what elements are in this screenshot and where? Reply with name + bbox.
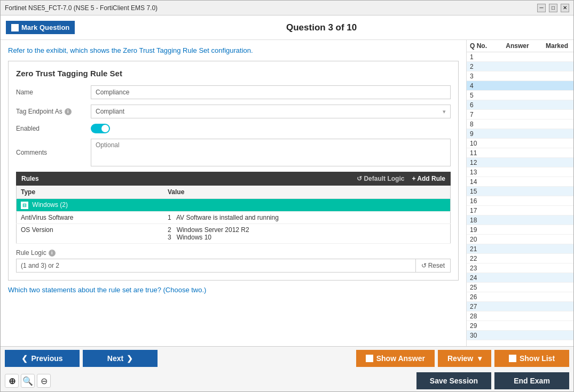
sidebar-row[interactable]: 5 [467, 91, 573, 100]
rules-header: Rules ↺ Default Logic + Add Rule [16, 172, 451, 186]
next-button[interactable]: Next ❯ [83, 350, 158, 367]
sidebar-row[interactable]: 21 [467, 244, 573, 254]
default-logic-label: Default Logic [364, 175, 404, 182]
sidebar-qno-cell: 29 [470, 322, 491, 330]
zoom-normal-button[interactable]: 🔍 [21, 374, 35, 388]
mark-question-button[interactable]: Mark Question [6, 21, 75, 34]
sidebar-row[interactable]: 15 [467, 187, 573, 196]
show-list-button[interactable]: ✓ Show List [494, 350, 569, 367]
sidebar-row[interactable]: 23 [467, 263, 573, 273]
review-button[interactable]: Review ▾ [438, 350, 491, 367]
mark-checkbox-icon [11, 24, 19, 31]
name-label: Name [16, 89, 91, 96]
main-content: Refer to the exhibit, which shows the Ze… [1, 40, 573, 346]
sidebar-rows: 1 2 3 4 5 6 7 8 [467, 52, 573, 340]
sidebar-row[interactable]: 16 [467, 196, 573, 206]
maximize-button[interactable]: □ [549, 4, 557, 12]
sidebar-qno-cell: 14 [470, 178, 491, 186]
sidebar-row[interactable]: 10 [467, 139, 573, 148]
sidebar-row[interactable]: 18 [467, 215, 573, 225]
sidebar-row[interactable]: 11 [467, 148, 573, 158]
sidebar-row[interactable]: 25 [467, 283, 573, 292]
sidebar-row[interactable]: 27 [467, 302, 573, 311]
previous-label: Previous [31, 354, 62, 363]
name-input[interactable] [91, 85, 451, 99]
bottom-bar: ❮ Previous Next ❯ Show Answer Review ▾ ✓… [1, 346, 573, 391]
sidebar-row[interactable]: 22 [467, 254, 573, 263]
zoom-out-button[interactable]: ⊖ [37, 374, 51, 388]
sidebar-row[interactable]: 1 [467, 52, 573, 62]
tag-endpoint-select[interactable]: Compliant ▾ [91, 105, 451, 118]
sidebar-row[interactable]: 7 [467, 110, 573, 119]
sidebar-qno-cell: 13 [470, 169, 491, 176]
sidebar-qno-cell: 3 [470, 73, 491, 80]
main-window: Fortinet NSE5_FCT-7.0 (NSE 5 - FortiClie… [0, 0, 574, 392]
sidebar-qno-cell: 16 [470, 197, 491, 205]
sidebar-qno-cell: 28 [470, 313, 491, 320]
sidebar-row[interactable]: 28 [467, 311, 573, 321]
rules-table: Type Value ⊟ Windows (2) AntiVirus S [16, 186, 451, 244]
sidebar: Q No. Answer Marked 1 2 3 4 5 6 [467, 40, 573, 346]
rule-logic-info-icon[interactable]: i [49, 250, 56, 257]
default-logic-button[interactable]: ↺ Default Logic [357, 175, 404, 182]
enabled-toggle[interactable] [91, 124, 110, 133]
comments-textarea[interactable] [91, 139, 451, 166]
sidebar-qno-cell: 10 [470, 140, 491, 147]
sidebar-header: Q No. Answer Marked [467, 40, 573, 52]
enabled-label: Enabled [16, 125, 91, 132]
os-version-row: OS Version 2 Windows Server 2012 R2 3 Wi… [17, 224, 451, 244]
dropdown-arrow-icon: ▾ [443, 108, 446, 115]
rule-logic-input[interactable] [17, 259, 415, 272]
close-button[interactable]: ✕ [561, 4, 569, 12]
sidebar-row[interactable]: 2 [467, 62, 573, 71]
show-list-label: Show List [520, 354, 555, 363]
sidebar-row[interactable]: 19 [467, 225, 573, 235]
sidebar-row[interactable]: 4 [467, 81, 573, 91]
window-controls: ─ □ ✕ [537, 4, 569, 12]
show-answer-button[interactable]: Show Answer [356, 350, 435, 367]
table-header-row: Type Value [17, 186, 451, 199]
sidebar-row[interactable]: 3 [467, 71, 573, 81]
end-exam-button[interactable]: End Exam [494, 372, 569, 389]
sidebar-row[interactable]: 29 [467, 321, 573, 331]
sidebar-qno-cell: 25 [470, 284, 491, 291]
windows-row: ⊟ Windows (2) [17, 199, 451, 212]
sidebar-row[interactable]: 24 [467, 273, 573, 283]
sidebar-row[interactable]: 13 [467, 167, 573, 177]
sidebar-row[interactable]: 14 [467, 177, 573, 187]
antivirus-value: 1 AV Software is installed and running [163, 212, 451, 224]
reset-button[interactable]: ↺ Reset [415, 259, 450, 272]
sidebar-row[interactable]: 6 [467, 100, 573, 110]
sidebar-qno-cell: 1 [470, 53, 491, 61]
previous-button[interactable]: ❮ Previous [5, 350, 80, 367]
sidebar-row[interactable]: 17 [467, 206, 573, 215]
session-bar: ⊕ 🔍 ⊖ Save Session End Exam [1, 370, 573, 391]
reset-icon: ↺ [357, 175, 362, 182]
windows-icon: ⊟ [21, 202, 28, 209]
sidebar-qno-header: Q No. [470, 42, 491, 50]
sidebar-row[interactable]: 30 [467, 331, 573, 340]
sidebar-qno-cell: 22 [470, 255, 491, 262]
nav-buttons: ❮ Previous Next ❯ Show Answer Review ▾ ✓… [1, 347, 573, 370]
tag-endpoint-info-icon[interactable]: i [65, 108, 72, 115]
sidebar-qno-cell: 30 [470, 332, 491, 339]
sidebar-qno-cell: 18 [470, 217, 491, 224]
save-session-button[interactable]: Save Session [416, 372, 491, 389]
sidebar-row[interactable]: 26 [467, 292, 573, 302]
sidebar-qno-cell: 2 [470, 63, 491, 70]
sidebar-row[interactable]: 8 [467, 119, 573, 129]
sidebar-row[interactable]: 12 [467, 158, 573, 167]
exhibit-box: Zero Trust Tagging Rule Set Name Tag End… [8, 61, 459, 281]
reset-icon: ↺ [421, 262, 427, 269]
show-list-icon: ✓ [509, 355, 516, 362]
review-dropdown-icon: ▾ [478, 354, 482, 363]
save-session-label: Save Session [430, 377, 478, 385]
antivirus-row: AntiVirus Software 1 AV Software is inst… [17, 212, 451, 224]
sidebar-qno-cell: 19 [470, 226, 491, 234]
zoom-in-button[interactable]: ⊕ [5, 374, 19, 388]
toggle-knob [101, 125, 109, 132]
add-rule-button[interactable]: + Add Rule [412, 175, 445, 182]
sidebar-row[interactable]: 20 [467, 235, 573, 244]
sidebar-row[interactable]: 9 [467, 129, 573, 139]
minimize-button[interactable]: ─ [537, 4, 546, 12]
